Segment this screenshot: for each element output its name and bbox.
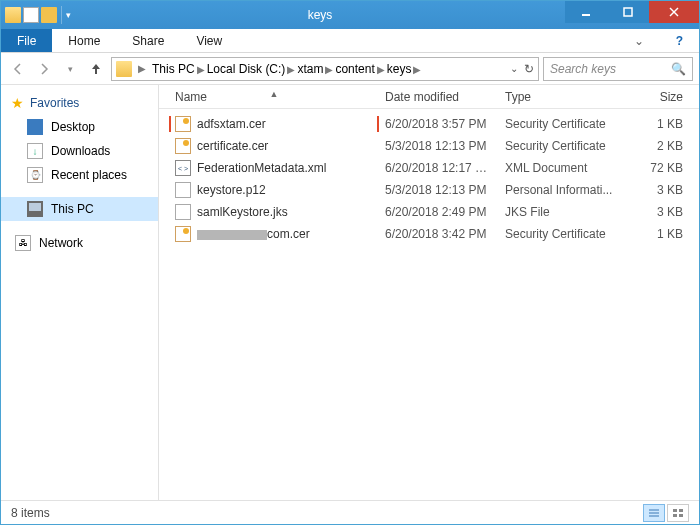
minimize-button[interactable] bbox=[565, 1, 607, 23]
file-icon bbox=[175, 138, 191, 154]
tab-view[interactable]: View bbox=[180, 29, 238, 52]
search-icon[interactable]: 🔍 bbox=[671, 62, 686, 76]
chevron-right-icon[interactable]: ▶ bbox=[195, 64, 207, 75]
chevron-right-icon[interactable]: ▶ bbox=[323, 64, 335, 75]
search-input[interactable]: Search keys 🔍 bbox=[543, 57, 693, 81]
quick-access-properties-icon[interactable] bbox=[23, 7, 39, 23]
help-icon[interactable]: ? bbox=[660, 29, 699, 52]
breadcrumb-segment[interactable]: xtam bbox=[297, 62, 323, 76]
back-button[interactable] bbox=[7, 58, 29, 80]
sidebar: ★ Favorites DesktopDownloadsRecent place… bbox=[1, 85, 159, 500]
svg-rect-8 bbox=[679, 509, 683, 512]
column-headers: ▲Name Date modified Type Size bbox=[159, 85, 699, 109]
file-row[interactable]: adfsxtam.cer6/20/2018 3:57 PMSecurity Ce… bbox=[169, 113, 689, 135]
titlebar: ▾ keys bbox=[1, 1, 699, 29]
file-date: 5/3/2018 12:13 PM bbox=[379, 183, 499, 197]
ribbon-tabs: File Home Share View ⌄ ? bbox=[1, 29, 699, 53]
file-name: adfsxtam.cer bbox=[197, 117, 266, 131]
col-date[interactable]: Date modified bbox=[379, 90, 499, 104]
file-date: 6/20/2018 3:57 PM bbox=[379, 117, 499, 131]
breadcrumb-segment[interactable]: content bbox=[335, 62, 374, 76]
file-date: 6/20/2018 12:17 PM bbox=[379, 161, 499, 175]
address-dropdown-icon[interactable]: ⌄ bbox=[510, 63, 518, 74]
tab-file[interactable]: File bbox=[1, 29, 52, 52]
sidebar-favorites-label: Favorites bbox=[30, 96, 79, 110]
sidebar-item-label: Recent places bbox=[51, 168, 127, 182]
close-button[interactable] bbox=[649, 1, 699, 23]
star-icon: ★ bbox=[11, 95, 24, 111]
svg-rect-10 bbox=[679, 514, 683, 517]
recent-dropdown-icon[interactable]: ▾ bbox=[59, 58, 81, 80]
computer-icon bbox=[27, 201, 43, 217]
chevron-right-icon[interactable]: ▶ bbox=[136, 63, 148, 74]
file-date: 6/20/2018 3:42 PM bbox=[379, 227, 499, 241]
address-folder-icon bbox=[116, 61, 132, 77]
file-name: FederationMetadata.xml bbox=[197, 161, 326, 175]
details-view-button[interactable] bbox=[643, 504, 665, 522]
chevron-right-icon[interactable]: ▶ bbox=[375, 64, 387, 75]
maximize-button[interactable] bbox=[607, 1, 649, 23]
file-type: XML Document bbox=[499, 161, 629, 175]
breadcrumb[interactable]: This PC▶Local Disk (C:)▶xtam▶content▶key… bbox=[152, 62, 423, 76]
file-type: Personal Informati... bbox=[499, 183, 629, 197]
file-size: 3 KB bbox=[629, 205, 689, 219]
sidebar-item-thispc[interactable]: This PC bbox=[1, 197, 158, 221]
sidebar-item-desktop[interactable]: Desktop bbox=[1, 115, 158, 139]
address-bar[interactable]: ▶ This PC▶Local Disk (C:)▶xtam▶content▶k… bbox=[111, 57, 539, 81]
tab-home[interactable]: Home bbox=[52, 29, 116, 52]
i-recent-icon bbox=[27, 167, 43, 183]
qat-dropdown-icon[interactable]: ▾ bbox=[66, 10, 71, 20]
file-size: 1 KB bbox=[629, 227, 689, 241]
refresh-icon[interactable]: ↻ bbox=[524, 62, 534, 76]
file-size: 72 KB bbox=[629, 161, 689, 175]
network-icon bbox=[15, 235, 31, 251]
file-row[interactable]: keystore.p125/3/2018 12:13 PMPersonal In… bbox=[169, 179, 689, 201]
file-row[interactable]: FederationMetadata.xml6/20/2018 12:17 PM… bbox=[169, 157, 689, 179]
navbar: ▾ ▶ This PC▶Local Disk (C:)▶xtam▶content… bbox=[1, 53, 699, 85]
col-size[interactable]: Size bbox=[629, 90, 689, 104]
sidebar-thispc-label: This PC bbox=[51, 202, 94, 216]
file-icon bbox=[175, 116, 191, 132]
tab-share[interactable]: Share bbox=[116, 29, 180, 52]
ribbon-expand-icon[interactable]: ⌄ bbox=[618, 29, 660, 52]
sidebar-item-label: Desktop bbox=[51, 120, 95, 134]
file-size: 1 KB bbox=[629, 117, 689, 131]
file-date: 5/3/2018 12:13 PM bbox=[379, 139, 499, 153]
forward-button[interactable] bbox=[33, 58, 55, 80]
svg-rect-1 bbox=[624, 8, 632, 16]
search-placeholder: Search keys bbox=[550, 62, 616, 76]
up-button[interactable] bbox=[85, 58, 107, 80]
explorer-window: ▾ keys File Home Share View ⌄ ? ▾ ▶ This… bbox=[0, 0, 700, 525]
file-type: Security Certificate bbox=[499, 117, 629, 131]
file-icon bbox=[175, 160, 191, 176]
breadcrumb-segment[interactable]: This PC bbox=[152, 62, 195, 76]
sidebar-item-recent[interactable]: Recent places bbox=[1, 163, 158, 187]
file-row[interactable]: com.cer6/20/2018 3:42 PMSecurity Certifi… bbox=[169, 223, 689, 245]
icons-view-button[interactable] bbox=[667, 504, 689, 522]
i-dl-icon bbox=[27, 143, 43, 159]
app-icon bbox=[5, 7, 21, 23]
col-name[interactable]: ▲Name bbox=[169, 90, 379, 104]
quick-access-newfolder-icon[interactable] bbox=[41, 7, 57, 23]
file-size: 2 KB bbox=[629, 139, 689, 153]
sidebar-item-downloads[interactable]: Downloads bbox=[1, 139, 158, 163]
file-type: Security Certificate bbox=[499, 139, 629, 153]
file-name: samlKeystore.jks bbox=[197, 205, 288, 219]
chevron-right-icon[interactable]: ▶ bbox=[285, 64, 297, 75]
sidebar-item-network[interactable]: Network bbox=[1, 231, 158, 255]
col-type[interactable]: Type bbox=[499, 90, 629, 104]
file-icon bbox=[175, 226, 191, 242]
breadcrumb-segment[interactable]: keys bbox=[387, 62, 412, 76]
sidebar-group-favorites[interactable]: ★ Favorites bbox=[1, 91, 158, 115]
file-type: Security Certificate bbox=[499, 227, 629, 241]
breadcrumb-segment[interactable]: Local Disk (C:) bbox=[207, 62, 286, 76]
redacted-filename bbox=[197, 230, 267, 240]
svg-rect-7 bbox=[673, 509, 677, 512]
file-name: com.cer bbox=[197, 227, 310, 241]
file-row[interactable]: samlKeystore.jks6/20/2018 2:49 PMJKS Fil… bbox=[169, 201, 689, 223]
sidebar-network-label: Network bbox=[39, 236, 83, 250]
file-row[interactable]: certificate.cer5/3/2018 12:13 PMSecurity… bbox=[169, 135, 689, 157]
file-type: JKS File bbox=[499, 205, 629, 219]
file-icon bbox=[175, 204, 191, 220]
chevron-right-icon[interactable]: ▶ bbox=[411, 64, 423, 75]
